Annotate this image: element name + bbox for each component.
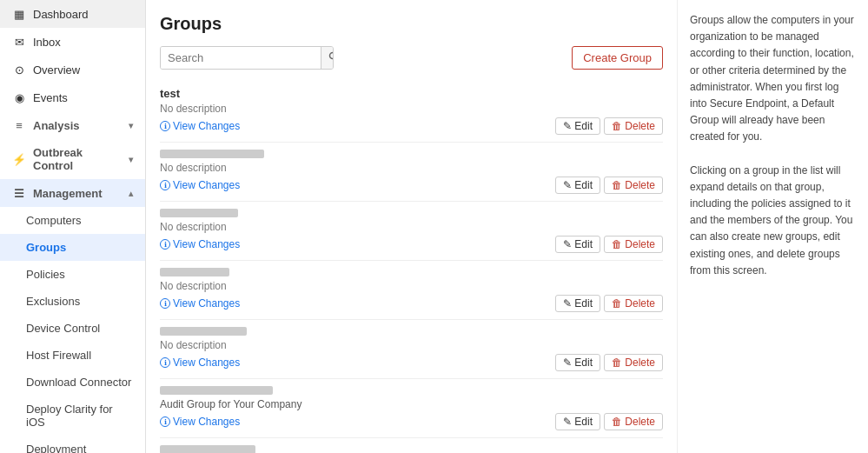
group-name: test <box>160 87 663 100</box>
group-item: No description ℹ View Changes ✎ Edit 🗑 D… <box>160 320 663 379</box>
sidebar-item-events[interactable]: ◉ Events <box>0 83 145 111</box>
group-description: No description <box>160 162 663 174</box>
group-description: Audit Group for Your Company <box>160 398 663 410</box>
delete-button[interactable]: 🗑 Delete <box>604 354 663 371</box>
sidebar-item-device-control[interactable]: Device Control <box>0 315 145 342</box>
delete-button[interactable]: 🗑 Delete <box>604 295 663 312</box>
events-icon: ◉ <box>12 90 26 104</box>
sidebar-item-label: Management <box>33 187 102 200</box>
info-icon: ℹ <box>160 180 170 190</box>
sidebar-item-label: Policies <box>26 268 65 281</box>
view-changes-link[interactable]: ℹ View Changes <box>160 120 240 132</box>
chevron-up-icon: ▴ <box>129 189 133 198</box>
sidebar-item-label: Overview <box>33 63 80 77</box>
content-area: Groups Create Group test No description <box>146 0 868 453</box>
sidebar-item-computers[interactable]: Computers <box>0 207 145 234</box>
info-text: Groups allow the computers in your organ… <box>690 12 856 279</box>
group-item: Default group with Linux Only cvd for th… <box>160 438 663 453</box>
info-panel: Groups allow the computers in your organ… <box>677 0 868 453</box>
sidebar-item-host-firewall[interactable]: Host Firewall <box>0 342 145 369</box>
view-changes-link[interactable]: ℹ View Changes <box>160 416 240 428</box>
delete-button[interactable]: 🗑 Delete <box>604 117 663 135</box>
outbreak-icon: ⚡ <box>12 152 26 166</box>
edit-button[interactable]: ✎ Edit <box>555 354 600 371</box>
search-icon <box>328 51 334 62</box>
group-actions: ℹ View Changes ✎ Edit 🗑 Delete <box>160 177 663 194</box>
chevron-down-icon: ▾ <box>129 155 133 164</box>
sidebar-item-label: Events <box>33 91 68 104</box>
delete-button[interactable]: 🗑 Delete <box>604 177 663 194</box>
sidebar-item-inbox[interactable]: ✉ Inbox <box>0 28 145 56</box>
view-changes-link[interactable]: ℹ View Changes <box>160 179 240 191</box>
edit-button[interactable]: ✎ Edit <box>555 295 600 312</box>
group-item: No description ℹ View Changes ✎ Edit 🗑 D… <box>160 261 663 320</box>
group-item: No description ℹ View Changes ✎ Edit 🗑 D… <box>160 202 663 261</box>
sidebar-item-groups[interactable]: Groups <box>0 234 145 261</box>
main-content: Groups Create Group test No description <box>146 0 868 453</box>
group-name-placeholder <box>160 386 273 395</box>
sidebar-item-label: Outbreak Control <box>33 146 122 172</box>
sidebar-item-label: Groups <box>26 241 66 254</box>
search-button[interactable] <box>321 47 334 69</box>
info-icon: ℹ <box>160 416 170 427</box>
action-buttons: ✎ Edit 🗑 Delete <box>555 177 663 194</box>
edit-button[interactable]: ✎ Edit <box>555 117 600 135</box>
info-icon: ℹ <box>160 239 170 250</box>
group-description: No description <box>160 339 663 351</box>
action-buttons: ✎ Edit 🗑 Delete <box>555 295 663 312</box>
create-group-button[interactable]: Create Group <box>572 46 663 70</box>
view-changes-link[interactable]: ℹ View Changes <box>160 238 240 250</box>
group-actions: ℹ View Changes ✎ Edit 🗑 Delete <box>160 117 663 135</box>
sidebar-item-download-connector[interactable]: Download Connector <box>0 369 145 396</box>
sidebar: ▦ Dashboard ✉ Inbox ⊙ Overview ◉ Events … <box>0 0 146 453</box>
sidebar-item-label: Deploy Clarity for iOS <box>26 403 133 429</box>
toolbar: Create Group <box>160 46 663 70</box>
sidebar-item-label: Device Control <box>26 322 100 335</box>
search-input[interactable] <box>161 47 321 69</box>
sidebar-item-label: Exclusions <box>26 295 80 308</box>
sidebar-item-label: Download Connector <box>26 376 131 389</box>
svg-point-0 <box>330 53 335 59</box>
action-buttons: ✎ Edit 🗑 Delete <box>555 236 663 253</box>
groups-panel: Groups Create Group test No description <box>146 0 677 453</box>
page-title: Groups <box>160 14 663 34</box>
sidebar-item-policies[interactable]: Policies <box>0 261 145 288</box>
action-buttons: ✎ Edit 🗑 Delete <box>555 117 663 135</box>
sidebar-item-label: Analysis <box>33 119 79 132</box>
group-name-placeholder <box>160 268 229 276</box>
sidebar-item-outbreak-control[interactable]: ⚡ Outbreak Control ▾ <box>0 139 145 179</box>
group-name-placeholder <box>160 150 264 158</box>
analysis-icon: ≡ <box>12 118 26 132</box>
overview-icon: ⊙ <box>12 63 26 77</box>
chevron-down-icon: ▾ <box>129 121 133 130</box>
sidebar-item-label: Inbox <box>33 36 61 49</box>
sidebar-item-deployment-summary[interactable]: Deployment Summary <box>0 436 145 453</box>
group-name-placeholder <box>160 209 238 217</box>
edit-button[interactable]: ✎ Edit <box>555 177 600 194</box>
delete-button[interactable]: 🗑 Delete <box>604 413 663 430</box>
sidebar-item-deploy-clarity[interactable]: Deploy Clarity for iOS <box>0 396 145 436</box>
view-changes-link[interactable]: ℹ View Changes <box>160 297 240 310</box>
sidebar-item-management[interactable]: ☰ Management ▴ <box>0 179 145 207</box>
edit-button[interactable]: ✎ Edit <box>555 413 600 430</box>
sidebar-item-analysis[interactable]: ≡ Analysis ▾ <box>0 111 145 139</box>
sidebar-item-overview[interactable]: ⊙ Overview <box>0 56 145 83</box>
delete-button[interactable]: 🗑 Delete <box>604 236 663 253</box>
info-icon: ℹ <box>160 357 170 368</box>
search-box <box>160 46 334 70</box>
group-name-placeholder <box>160 327 247 336</box>
sidebar-item-label: Computers <box>26 214 82 227</box>
info-icon: ℹ <box>160 121 170 131</box>
group-description: No description <box>160 103 663 115</box>
sidebar-item-label: Deployment Summary <box>26 443 133 453</box>
sidebar-item-dashboard[interactable]: ▦ Dashboard <box>0 0 145 28</box>
group-item: No description ℹ View Changes ✎ Edit 🗑 D… <box>160 143 663 202</box>
dashboard-icon: ▦ <box>12 7 26 21</box>
group-description: No description <box>160 280 663 292</box>
edit-button[interactable]: ✎ Edit <box>555 236 600 253</box>
group-name-placeholder <box>160 445 255 453</box>
view-changes-link[interactable]: ℹ View Changes <box>160 356 240 369</box>
group-item: Audit Group for Your Company ℹ View Chan… <box>160 379 663 438</box>
sidebar-item-exclusions[interactable]: Exclusions <box>0 288 145 315</box>
action-buttons: ✎ Edit 🗑 Delete <box>555 413 663 430</box>
